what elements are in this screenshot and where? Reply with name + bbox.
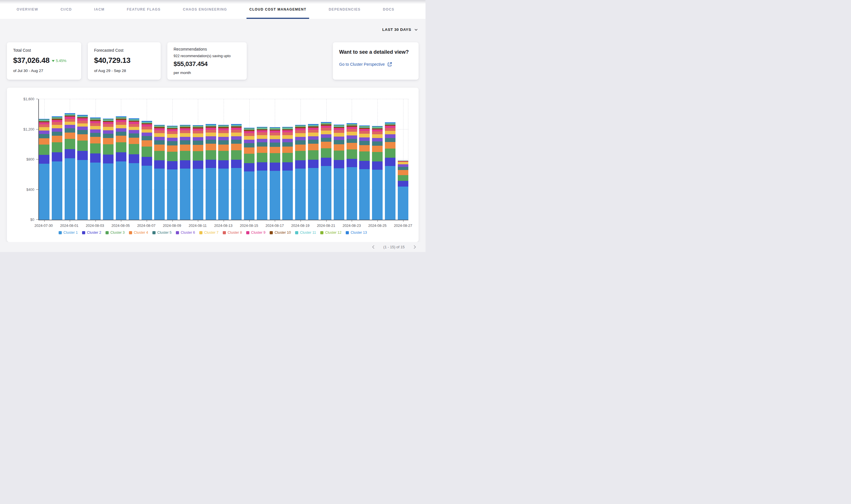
bar-segment-cluster-2[interactable]	[218, 160, 229, 168]
bar-segment-cluster-3[interactable]	[141, 147, 152, 157]
bar-segment-cluster-6[interactable]	[372, 138, 383, 141]
bar-segment-cluster-5[interactable]	[39, 134, 50, 138]
bar-segment-cluster-4[interactable]	[52, 136, 62, 142]
bar-segment-cluster-5[interactable]	[282, 142, 293, 147]
bar-segment-cluster-7[interactable]	[218, 133, 229, 137]
bar-segment-cluster-2[interactable]	[167, 161, 178, 169]
bar-segment-cluster-8[interactable]	[244, 133, 255, 136]
bar-segment-cluster-8[interactable]	[218, 130, 229, 133]
bar-segment-cluster-7[interactable]	[167, 134, 178, 138]
bar-segment-cluster-4[interactable]	[385, 142, 396, 148]
bar-segment-cluster-5[interactable]	[218, 140, 229, 145]
bar-segment-cluster-6[interactable]	[282, 139, 293, 142]
bar-segment-cluster-9[interactable]	[282, 130, 293, 132]
bar-segment-cluster-1[interactable]	[180, 168, 190, 220]
bar-segment-cluster-7[interactable]	[321, 130, 331, 134]
bar-segment-cluster-4[interactable]	[282, 147, 293, 153]
bar-segment-cluster-1[interactable]	[308, 168, 318, 220]
bar-segment-cluster-6[interactable]	[154, 137, 165, 140]
bar-segment-cluster-3[interactable]	[321, 148, 331, 158]
bar-segment-cluster-9[interactable]	[39, 122, 50, 124]
bar-segment-cluster-3[interactable]	[103, 144, 114, 155]
bar-segment-cluster-2[interactable]	[334, 160, 344, 168]
bar-segment-cluster-3[interactable]	[154, 151, 165, 160]
legend-item-cluster-11[interactable]: Cluster 11	[295, 231, 316, 235]
bar-segment-cluster-8[interactable]	[103, 124, 114, 127]
bar-segment-cluster-9[interactable]	[244, 131, 255, 133]
bar-segment-cluster-1[interactable]	[167, 169, 178, 220]
page-next-icon[interactable]	[413, 245, 417, 249]
bar-segment-cluster-5[interactable]	[321, 138, 331, 142]
bar-segment-cluster-1[interactable]	[270, 171, 280, 220]
bar-segment-cluster-7[interactable]	[116, 125, 126, 128]
bar-segment-cluster-9[interactable]	[65, 116, 75, 119]
bar-segment-cluster-3[interactable]	[116, 142, 126, 152]
bar-segment-cluster-7[interactable]	[141, 129, 152, 133]
bar-segment-cluster-5[interactable]	[398, 167, 409, 170]
bar-segment-cluster-5[interactable]	[90, 133, 101, 137]
bar-segment-cluster-8[interactable]	[282, 132, 293, 135]
bar-segment-cluster-6[interactable]	[39, 130, 50, 134]
bar-segment-cluster-7[interactable]	[257, 135, 267, 139]
bar-segment-cluster-2[interactable]	[385, 158, 396, 166]
bar-segment-cluster-2[interactable]	[103, 155, 114, 164]
bar-segment-cluster-2[interactable]	[398, 181, 409, 186]
bar-segment-cluster-8[interactable]	[167, 131, 178, 134]
bar-segment-cluster-5[interactable]	[231, 140, 242, 144]
bar-segment-cluster-7[interactable]	[65, 122, 75, 125]
bar-segment-cluster-4[interactable]	[180, 145, 190, 151]
bar-segment-cluster-4[interactable]	[116, 136, 126, 142]
bar-segment-cluster-7[interactable]	[334, 133, 344, 137]
bar-segment-cluster-8[interactable]	[193, 130, 203, 133]
bar-segment-cluster-9[interactable]	[180, 128, 190, 130]
bar-segment-cluster-2[interactable]	[206, 160, 216, 168]
bar-segment-cluster-5[interactable]	[65, 128, 75, 132]
legend-item-cluster-6[interactable]: Cluster 6	[176, 231, 195, 235]
bar-segment-cluster-2[interactable]	[257, 162, 267, 170]
bar-segment-cluster-1[interactable]	[65, 158, 75, 220]
bar-segment-cluster-8[interactable]	[372, 131, 383, 134]
bar-segment-cluster-1[interactable]	[231, 168, 242, 220]
bar-segment-cluster-7[interactable]	[180, 133, 190, 137]
bar-segment-cluster-4[interactable]	[372, 146, 383, 152]
bar-segment-cluster-6[interactable]	[52, 128, 62, 132]
bar-segment-cluster-8[interactable]	[321, 128, 331, 130]
bar-segment-cluster-9[interactable]	[385, 126, 396, 128]
bar-segment-cluster-4[interactable]	[206, 144, 216, 150]
bar-segment-cluster-3[interactable]	[334, 150, 344, 160]
bar-segment-cluster-1[interactable]	[52, 161, 62, 220]
bar-segment-cluster-2[interactable]	[141, 157, 152, 166]
bar-segment-cluster-7[interactable]	[347, 132, 357, 136]
bar-segment-cluster-7[interactable]	[295, 133, 306, 137]
bar-segment-cluster-4[interactable]	[295, 145, 306, 151]
bar-segment-cluster-7[interactable]	[270, 136, 280, 139]
page-previous-icon[interactable]	[371, 245, 376, 249]
bar-segment-cluster-1[interactable]	[116, 161, 126, 220]
tab-iacm[interactable]: IACM	[91, 0, 107, 19]
bar-segment-cluster-1[interactable]	[359, 169, 370, 220]
bar-segment-cluster-3[interactable]	[39, 145, 50, 155]
bar-segment-cluster-2[interactable]	[270, 163, 280, 171]
bar-segment-cluster-3[interactable]	[347, 149, 357, 159]
bar-segment-cluster-1[interactable]	[295, 168, 306, 220]
legend-item-cluster-9[interactable]: Cluster 9	[246, 231, 265, 235]
bar-segment-cluster-9[interactable]	[116, 120, 126, 122]
bar-segment-cluster-8[interactable]	[231, 130, 242, 132]
bar-segment-cluster-4[interactable]	[154, 145, 165, 151]
legend-item-cluster-3[interactable]: Cluster 3	[105, 231, 125, 235]
bar-segment-cluster-3[interactable]	[206, 150, 216, 160]
bar-segment-cluster-3[interactable]	[167, 152, 178, 161]
bar-segment-cluster-2[interactable]	[231, 160, 242, 168]
legend-item-cluster-4[interactable]: Cluster 4	[129, 231, 148, 235]
bar-segment-cluster-9[interactable]	[321, 126, 331, 128]
bar-segment-cluster-7[interactable]	[77, 123, 88, 127]
bar-segment-cluster-2[interactable]	[347, 159, 357, 167]
bar-segment-cluster-4[interactable]	[167, 145, 178, 152]
bar-segment-cluster-6[interactable]	[244, 140, 255, 143]
bar-segment-cluster-1[interactable]	[347, 167, 357, 220]
bar-segment-cluster-9[interactable]	[308, 128, 318, 130]
bar-segment-cluster-2[interactable]	[295, 160, 306, 168]
bar-segment-cluster-4[interactable]	[129, 138, 139, 144]
bar-segment-cluster-9[interactable]	[52, 120, 62, 122]
bar-segment-cluster-1[interactable]	[244, 172, 255, 220]
